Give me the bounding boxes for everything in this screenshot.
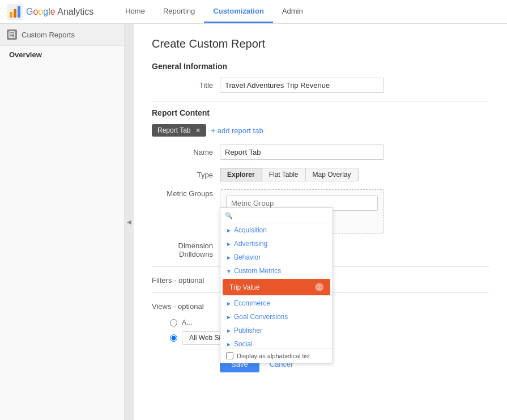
arrow-icon: ► [226,328,232,334]
arrow-icon: ► [226,254,232,261]
dropdown-item-label: Social [234,340,253,348]
nav-admin[interactable]: Admin [273,0,312,23]
main-content: Create Custom Report General Information… [134,24,507,420]
dropdown-item-label: Advertising [234,240,267,248]
dropdown-item-goal-conversions[interactable]: ► Goal Conversions [220,310,333,324]
type-button-group: Explorer Flat Table Map Overlay [220,168,359,181]
layout: Custom Reports Overview ◀ Create Custom … [0,24,507,420]
title-label: Title [152,81,220,90]
dropdown-search-input[interactable] [236,211,328,219]
logo-text: Google Analytics [26,7,93,17]
arrow-icon: ► [226,241,232,247]
arrow-icon: ► [226,300,232,307]
dropdown-item-publisher[interactable]: ► Publisher [220,324,333,337]
type-explorer-button[interactable]: Explorer [220,168,262,181]
dropdown-list: ► Acquisition ► Advertising ► Behavior [220,223,333,348]
header: Google Analytics Home Reporting Customiz… [0,0,507,24]
svg-rect-3 [18,6,20,18]
logo: Google Analytics [7,4,93,20]
type-row: Type Explorer Flat Table Map Overlay [152,168,489,181]
general-info-section-title: General Information [152,62,489,71]
svg-rect-2 [14,9,16,18]
type-label: Type [152,171,220,179]
main-nav: Home Reporting Customization Admin [116,0,312,23]
tab-label: Report Tab [157,126,190,134]
arrow-icon: ▼ [226,268,232,274]
nav-reporting[interactable]: Reporting [154,0,204,23]
dropdown-footer: Display as alphabetical list [220,348,333,363]
dropdown-item-custom-metrics[interactable]: ▼ Custom Metrics [220,264,333,278]
nav-customization[interactable]: Customization [204,0,273,23]
sidebar-section-title: Custom Reports [22,31,75,39]
page-title: Create Custom Report [152,37,489,50]
nav-home[interactable]: Home [116,0,154,23]
search-icon: 🔍 [225,212,233,219]
svg-rect-1 [10,12,12,18]
title-row: Title [152,78,489,93]
dropdown-item-trip-value[interactable]: Trip Value ⓘ Click here. [223,279,330,295]
sidebar-section-header: Custom Reports [0,24,124,46]
filters-label: Filters - optional [152,276,204,285]
arrow-icon: ► [226,314,232,320]
close-tab-icon[interactable]: ✕ [195,127,201,134]
dropdown-search-row: 🔍 [220,208,333,223]
views-label: Views - optional [152,302,211,311]
name-row: Name [152,145,489,160]
name-input[interactable] [220,145,384,160]
dropdown-item-label: Behavior [234,253,261,261]
dropdown-item-acquisition[interactable]: ► Acquisition [220,223,333,237]
arrow-icon: ► [226,341,232,347]
sidebar-collapse-handle[interactable]: ◀ [125,24,134,420]
dropdown-item-social[interactable]: ► Social [220,337,333,348]
dropdown-item-ecommerce[interactable]: ► Ecommerce [220,296,333,310]
google-analytics-logo-icon [7,4,23,20]
type-flat-table-button[interactable]: Flat Table [262,168,306,181]
type-map-overlay-button[interactable]: Map Overlay [306,168,359,181]
dropdown-item-label: Custom Metrics [234,267,281,275]
views-radio-all-label: A... [182,319,192,326]
dropdown-item-label: Goal Conversions [234,313,288,321]
metric-groups-container: + add metric 🔍 ► Acquisition ► [220,189,384,234]
metric-dropdown: 🔍 ► Acquisition ► Advertising [220,207,333,363]
dropdown-item-behavior[interactable]: ► Behavior [220,251,333,264]
name-label: Name [152,148,220,156]
metric-groups-label: Metric Groups [152,189,220,198]
views-radio-site[interactable] [170,334,177,342]
info-icon: ⓘ [315,283,323,291]
dropdown-item-label: Ecommerce [234,299,270,307]
alphabetical-label: Display as alphabetical list [237,353,310,359]
add-report-tab-link[interactable]: + add report tab [211,126,263,135]
trip-value-label: Trip Value [229,283,259,291]
title-input[interactable] [220,78,384,93]
custom-reports-icon [7,29,17,40]
views-radio-all[interactable] [170,319,177,326]
report-tab-button[interactable]: Report Tab ✕ [152,124,206,137]
report-content-section-title: Report Content [152,108,489,117]
dropdown-item-label: Publisher [234,326,262,334]
dropdown-item-advertising[interactable]: ► Advertising [220,237,333,251]
alphabetical-checkbox[interactable] [226,352,233,359]
dropdown-item-label: Acquisition [234,226,267,234]
dimension-drilldowns-label: Dimension Drilldowns [152,241,220,258]
sidebar: Custom Reports Overview [0,24,125,420]
sidebar-item-overview[interactable]: Overview [0,46,124,63]
arrow-icon: ► [226,227,232,234]
report-tabs-row: Report Tab ✕ + add report tab [152,124,489,137]
separator-1 [152,101,489,101]
metric-groups-row: Metric Groups + add metric 🔍 ► Acqui [152,189,489,234]
